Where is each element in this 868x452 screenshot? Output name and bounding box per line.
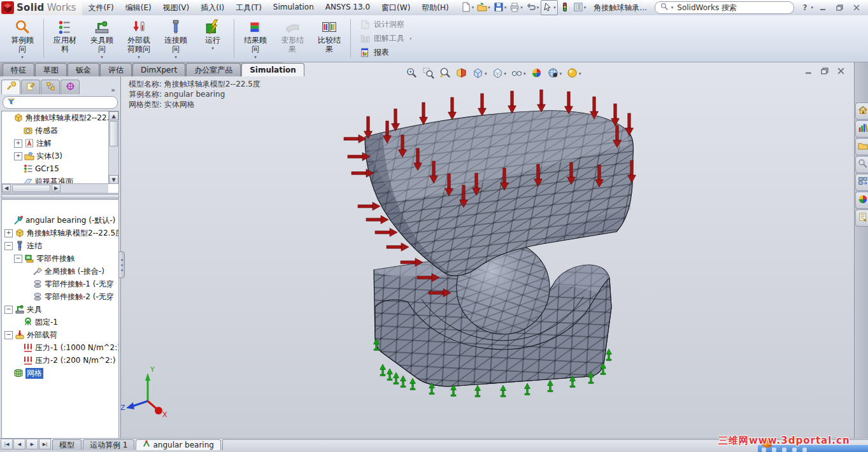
zoom-selection-button[interactable] bbox=[438, 66, 452, 81]
section-view-button[interactable] bbox=[454, 66, 469, 81]
menu-item-5[interactable]: Simulation bbox=[267, 1, 320, 15]
scroll-left-arrow[interactable]: ◀ bbox=[2, 184, 11, 192]
doc-restore-button[interactable] bbox=[821, 67, 829, 76]
tree-expander[interactable]: − bbox=[4, 306, 13, 314]
tree-row[interactable]: −零部件接触 bbox=[2, 252, 118, 265]
chevron-down-icon[interactable]: ▾ bbox=[811, 5, 813, 10]
task-pane-custom-properties[interactable] bbox=[855, 209, 868, 227]
tab-特征[interactable]: 特征 bbox=[3, 63, 34, 76]
panel-collapse-handle[interactable]: ◂◂◂ bbox=[118, 251, 125, 278]
tree-row[interactable]: −外部载荷 bbox=[2, 328, 118, 341]
tree-expander[interactable]: − bbox=[4, 331, 13, 339]
tree-row[interactable]: 零部件接触-2 (-无穿 bbox=[2, 290, 118, 303]
search-box[interactable]: ▾ bbox=[655, 1, 794, 14]
tree-row[interactable]: 网格 bbox=[2, 367, 118, 379]
tree-row[interactable]: +注解 bbox=[2, 137, 108, 150]
sheet-nav-1[interactable]: ◀ bbox=[13, 439, 25, 449]
tree-expander[interactable]: − bbox=[4, 242, 13, 250]
compare-results-button[interactable]: 比较结果 bbox=[311, 17, 347, 60]
report-button[interactable]: 报表 bbox=[356, 46, 416, 59]
chevron-down-icon[interactable]: ▾ bbox=[553, 5, 556, 10]
chevron-down-icon[interactable]: ▾ bbox=[211, 46, 214, 51]
task-pane-view-palette[interactable] bbox=[855, 174, 868, 191]
print-button[interactable]: ▾ bbox=[508, 1, 524, 15]
tree-row[interactable]: GCr15 bbox=[2, 162, 108, 175]
vertical-scrollbar[interactable]: ▲ ▼ bbox=[108, 111, 118, 184]
new-doc-button[interactable]: ▾ bbox=[460, 1, 476, 15]
chevron-down-icon[interactable]: ▾ bbox=[504, 71, 507, 76]
cursor-select-button[interactable]: ▾ bbox=[541, 0, 558, 15]
chevron-down-icon[interactable]: ▾ bbox=[523, 71, 526, 76]
bottom-tab-2[interactable]: angular bearing bbox=[136, 439, 220, 450]
sheet-nav-2[interactable]: ▶ bbox=[26, 439, 38, 449]
menu-item-6[interactable]: ANSYS 13.0 bbox=[320, 1, 376, 15]
run-button[interactable]: 运行▾ bbox=[195, 17, 231, 60]
open-button[interactable]: ▾ bbox=[476, 1, 492, 15]
chevron-down-icon[interactable]: ▾ bbox=[101, 55, 103, 60]
zoom-area-button[interactable] bbox=[421, 66, 436, 81]
scroll-right-arrow[interactable]: ▶ bbox=[52, 184, 60, 192]
apply-material-button[interactable]: 应用材料 bbox=[47, 17, 83, 60]
study-advisor-button[interactable]: 算例顾问▾ bbox=[4, 17, 40, 60]
task-checklist-button[interactable]: ▾ bbox=[572, 1, 588, 15]
sheet-nav-3[interactable]: ▶| bbox=[39, 439, 51, 449]
sheet-nav-0[interactable]: |◀ bbox=[1, 439, 13, 449]
doc-minimize-button[interactable] bbox=[805, 67, 813, 76]
panel-tab-featuremanager[interactable] bbox=[1, 80, 20, 94]
menu-item-8[interactable]: 帮助(H) bbox=[416, 1, 454, 15]
panel-splitter[interactable] bbox=[1, 194, 119, 199]
fixtures-advisor-button[interactable]: 夹具顾问▾ bbox=[84, 17, 120, 60]
minimize-button[interactable] bbox=[817, 3, 830, 13]
tree-row[interactable]: −夹具 bbox=[2, 303, 118, 316]
tree-row[interactable]: 全局接触 (-接合-) bbox=[2, 265, 118, 278]
panel-tab-configurationmanager[interactable] bbox=[41, 80, 60, 94]
scroll-up-arrow[interactable]: ▲ bbox=[109, 111, 118, 120]
task-pane-file-explorer[interactable] bbox=[855, 138, 868, 155]
tree-expander[interactable]: − bbox=[14, 255, 22, 263]
view-orientation-button[interactable]: ▾ bbox=[471, 66, 488, 81]
tab-办公室产品[interactable]: 办公室产品 bbox=[186, 63, 241, 76]
tree-expander[interactable]: + bbox=[4, 229, 13, 237]
chevron-down-icon[interactable]: ▾ bbox=[520, 5, 523, 10]
menu-item-3[interactable]: 插入(I) bbox=[195, 1, 230, 15]
task-pane-appearances-scenes[interactable] bbox=[855, 192, 868, 209]
tree-row[interactable]: 角接触球轴承模型2--22.5度 bbox=[2, 111, 108, 124]
bottom-tab-1[interactable]: 运动算例 1 bbox=[83, 439, 134, 450]
chevron-down-icon[interactable]: ▾ bbox=[584, 5, 587, 10]
tree-row[interactable]: +角接触球轴承模型2--22.5度 bbox=[2, 227, 118, 239]
tree-row[interactable]: +实体(3) bbox=[2, 150, 108, 162]
tree-expander[interactable]: + bbox=[14, 152, 22, 160]
horizontal-scrollbar[interactable]: ◀ ▶ bbox=[2, 183, 108, 193]
bottom-tab-0[interactable]: 模型 bbox=[52, 439, 82, 450]
chevron-down-icon[interactable]: ▾ bbox=[537, 5, 539, 10]
tree-row[interactable]: 压力-2 (:200 N/m^2:) bbox=[2, 354, 118, 367]
display-lights-button[interactable] bbox=[559, 1, 571, 15]
chevron-down-icon[interactable]: ▾ bbox=[138, 55, 140, 60]
restore-button[interactable] bbox=[834, 3, 846, 13]
chevron-down-icon[interactable]: ▾ bbox=[504, 5, 507, 10]
graphics-area[interactable]: ▾▾▾▾▾ 模型名称: 角接触球轴承模型2--22.5度 算例名称: angul… bbox=[121, 62, 854, 438]
task-pane-solidworks-resources[interactable] bbox=[855, 102, 868, 120]
panel-tab-dimxpertmanager[interactable] bbox=[60, 80, 80, 94]
edit-appearance-button[interactable] bbox=[529, 66, 544, 81]
hide-show-items-button[interactable]: ▾ bbox=[509, 66, 527, 81]
chevron-down-icon[interactable]: ▾ bbox=[174, 55, 177, 60]
chevron-down-icon[interactable]: ▾ bbox=[579, 71, 581, 76]
menu-item-1[interactable]: 编辑(E) bbox=[120, 1, 157, 15]
save-button[interactable]: ▾ bbox=[492, 1, 508, 15]
zoom-fit-button[interactable] bbox=[404, 66, 419, 81]
scroll-thumb[interactable] bbox=[12, 185, 50, 192]
tab-钣金[interactable]: 钣金 bbox=[68, 63, 99, 76]
connections-advisor-button[interactable]: 连接顾问▾ bbox=[158, 17, 194, 60]
scroll-thumb[interactable] bbox=[110, 121, 118, 146]
scroll-down-arrow[interactable]: ▼ bbox=[109, 175, 118, 184]
tree-row[interactable]: 压力-1 (:1000 N/m^2:) bbox=[2, 341, 118, 354]
chevron-down-icon[interactable]: ▾ bbox=[21, 55, 24, 60]
chevron-down-icon[interactable]: ▾ bbox=[485, 71, 487, 76]
chevron-down-icon[interactable]: ▾ bbox=[472, 5, 474, 10]
tab-草图[interactable]: 草图 bbox=[35, 63, 67, 76]
menu-item-4[interactable]: 工具(T) bbox=[230, 1, 267, 15]
tree-row[interactable]: 零部件接触-1 (-无穿 bbox=[2, 278, 118, 290]
external-loads-advisor-button[interactable]: 外部载荷顾问▾ bbox=[121, 17, 157, 60]
help-button[interactable]: ? bbox=[803, 3, 808, 12]
